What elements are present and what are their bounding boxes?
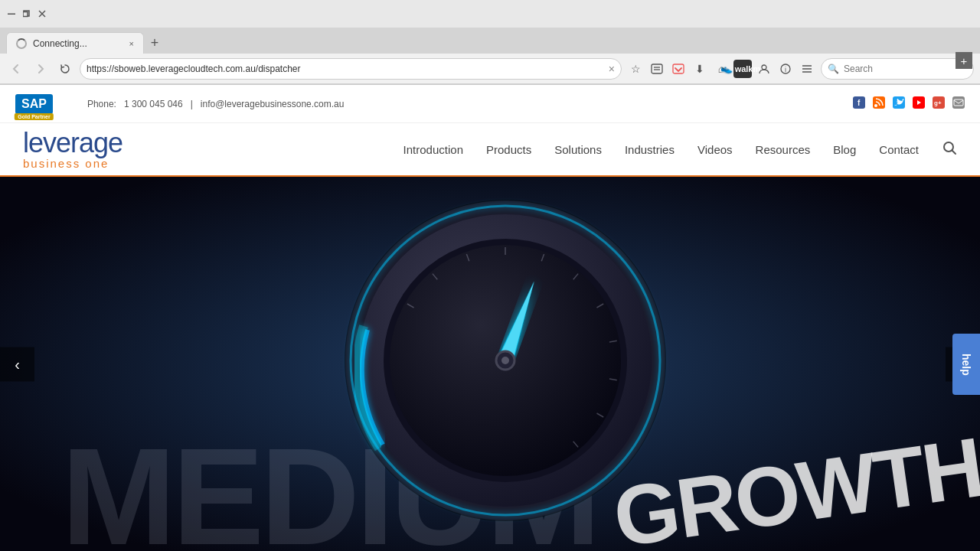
svg-rect-5 <box>652 64 662 73</box>
tab-title: Connecting... <box>33 38 87 49</box>
nav-links: Introduction Products Solutions Industri… <box>403 140 957 159</box>
phone-label: Phone: <box>87 99 116 109</box>
browser-search-icon: 🔍 <box>828 64 839 74</box>
contact-info: Phone: 1 300 045 046 | info@leveragebusi… <box>87 99 345 109</box>
info-icon[interactable]: i <box>776 60 795 78</box>
svg-point-18 <box>874 104 877 107</box>
browser-tab[interactable]: Connecting... × <box>6 32 144 54</box>
twitter-icon[interactable] <box>893 96 905 111</box>
hamburger-menu-icon[interactable] <box>798 60 816 78</box>
website-content: SAP Phone: 1 300 045 046 | info@leverage… <box>0 85 980 551</box>
profile-icon[interactable] <box>755 60 773 78</box>
nav-bar: × ☆ ⬇ ⌂ 👟 walkme i <box>0 54 980 84</box>
refresh-button[interactable] <box>55 59 75 79</box>
nav-industries[interactable]: Industries <box>625 143 675 156</box>
browser-nav-icons: ☆ ⬇ ⌂ 👟 walkme i <box>626 60 816 78</box>
site-logo: leverage business one <box>23 129 122 170</box>
title-bar <box>0 0 980 28</box>
sap-logo: SAP <box>15 94 53 114</box>
email-link[interactable]: info@leveragebusinessone.com.au <box>201 99 345 109</box>
address-bar[interactable] <box>87 64 609 74</box>
forward-button[interactable] <box>31 59 51 79</box>
new-tab-button[interactable]: + <box>144 32 165 54</box>
social-icons: f g+ <box>853 96 965 111</box>
nav-resources[interactable]: Resources <box>756 143 811 156</box>
website-topbar: SAP Phone: 1 300 045 046 | info@leverage… <box>0 85 980 123</box>
window-controls <box>6 8 47 19</box>
rss-icon[interactable] <box>873 96 885 111</box>
slider-prev-icon: ‹ <box>15 356 20 373</box>
walkme-icon: 👟 <box>720 63 733 74</box>
restore-button[interactable] <box>21 8 32 19</box>
close-button[interactable] <box>37 8 47 19</box>
search-bar-wrapper: 🔍 <box>821 58 974 80</box>
logo-main-text: leverage <box>23 129 122 157</box>
help-label: help <box>960 354 972 376</box>
phone-number: 1 300 045 046 <box>124 99 183 109</box>
help-button[interactable]: help <box>952 334 980 395</box>
nav-products[interactable]: Products <box>486 143 531 156</box>
separator: | <box>191 99 193 109</box>
facebook-icon[interactable]: f <box>853 96 865 111</box>
slider-prev-button[interactable]: ‹ <box>0 347 34 382</box>
topbar-left: SAP Phone: 1 300 045 046 | info@leverage… <box>15 94 344 114</box>
hero-dial-svg: MEDIUM / H <box>0 177 980 551</box>
googleplus-icon[interactable]: g+ <box>933 96 945 111</box>
nav-videos[interactable]: Videos <box>697 143 733 156</box>
download-icon[interactable]: ⬇ <box>691 60 709 78</box>
main-navigation: leverage business one Introduction Produ… <box>0 123 980 177</box>
pocket-icon[interactable] <box>669 60 688 78</box>
back-button[interactable] <box>6 59 26 79</box>
svg-point-49 <box>501 357 509 364</box>
browser-search-input[interactable] <box>844 64 951 74</box>
svg-text:g+: g+ <box>934 99 942 106</box>
logo-sub-text: business one <box>23 157 122 170</box>
address-bar-wrapper: × <box>80 58 622 80</box>
browser-chrome: Connecting... × + + × ☆ ⬇ ⌂ <box>0 0 980 85</box>
svg-line-27 <box>952 150 956 154</box>
add-extension-button[interactable]: + <box>956 52 972 69</box>
nav-search-icon[interactable] <box>942 140 957 159</box>
nav-introduction[interactable]: Introduction <box>403 143 463 156</box>
tab-close-button[interactable]: × <box>129 39 134 48</box>
svg-rect-0 <box>8 14 15 15</box>
svg-rect-2 <box>23 12 28 17</box>
svg-text:i: i <box>785 66 786 73</box>
nav-blog[interactable]: Blog <box>833 143 856 156</box>
minimize-button[interactable] <box>6 8 17 19</box>
address-bar-clear-button[interactable]: × <box>609 63 615 75</box>
nav-contact[interactable]: Contact <box>879 143 919 156</box>
tab-bar: Connecting... × + + <box>0 28 980 54</box>
tab-spinner-icon <box>16 38 27 49</box>
walkme-button[interactable]: 👟 walkme <box>733 60 752 78</box>
reading-list-icon[interactable] <box>648 60 666 78</box>
mail-icon[interactable] <box>952 96 965 111</box>
youtube-icon[interactable] <box>913 96 925 111</box>
star-icon[interactable]: ☆ <box>626 60 645 78</box>
nav-solutions[interactable]: Solutions <box>554 143 602 156</box>
hero-section: MEDIUM / H <box>0 177 980 551</box>
svg-point-9 <box>762 65 766 70</box>
